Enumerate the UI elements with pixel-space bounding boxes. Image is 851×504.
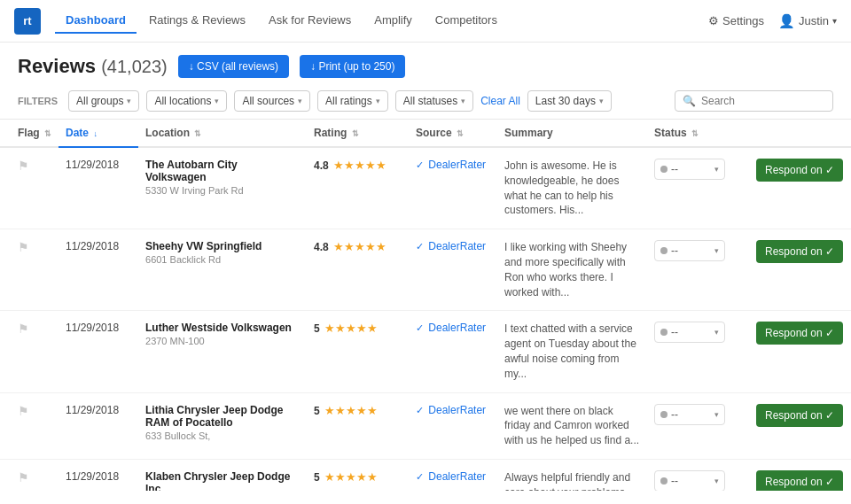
nav-links: Dashboard Ratings & Reviews Ask for Revi… [55,8,708,34]
flag-icon[interactable]: ⚑ [18,404,29,418]
status-dropdown[interactable]: -- ▾ [654,159,725,180]
rating-sort-icon: ⇅ [352,129,359,138]
flag-icon[interactable]: ⚑ [18,470,29,485]
flag-icon[interactable]: ⚑ [18,322,29,336]
flag-icon[interactable]: ⚑ [18,159,29,173]
action-cell: Respond on ✓ [749,392,851,459]
nav-link-ratings[interactable]: Ratings & Reviews [138,8,256,34]
sources-filter[interactable]: All sources ▾ [234,90,310,112]
flag-cell: ⚑ [0,459,59,491]
ratings-filter-label: All ratings [325,95,372,107]
rating-value: 5 [314,405,320,417]
flag-cell: ⚑ [0,311,59,392]
status-dropdown[interactable]: -- ▾ [654,404,725,425]
rating-cell: 4.8 ★★★★★ [307,229,409,311]
status-sort-icon: ⇅ [691,129,699,138]
status-dot [660,329,668,336]
status-dot [660,411,668,418]
respond-button[interactable]: Respond on ✓ [756,322,843,345]
location-cell: The Autobarn City Volkswagen 5330 W Irvi… [138,147,307,229]
top-nav: rt Dashboard Ratings & Reviews Ask for R… [0,0,851,43]
col-flag[interactable]: Flag ⇅ [0,120,59,147]
col-date[interactable]: Date ↓ [59,120,138,147]
logo-text: rt [23,14,31,27]
logo[interactable]: rt [14,8,41,35]
location-cell: Klaben Chrysler Jeep Dodge Inc. 1106 W M… [138,459,307,491]
stars-display: ★★★★★ [324,404,378,417]
action-cell: Respond on ✓ [749,229,851,311]
status-dropdown[interactable]: -- ▾ [654,470,725,491]
respond-button[interactable]: Respond on ✓ [756,240,843,263]
flag-sort-icon: ⇅ [44,129,51,138]
action-cell: Respond on ✓ [749,311,851,392]
respond-button[interactable]: Respond on ✓ [756,159,843,182]
date-range-label: Last 30 days [535,95,596,107]
col-source[interactable]: Source ⇅ [409,120,497,147]
status-caret-icon: ▾ [714,477,719,485]
flag-cell: ⚑ [0,147,59,229]
status-value: -- [671,408,678,421]
csv-button[interactable]: ↓ CSV (all reviews) [178,55,289,78]
settings-link[interactable]: ⚙ Settings [708,14,764,27]
location-address: 6601 Backlick Rd [145,254,300,265]
summary-cell: I text chatted with a service agent on T… [497,311,647,392]
flag-cell: ⚑ [0,392,59,459]
locations-filter[interactable]: All locations ▾ [146,90,227,112]
location-cell: Lithia Chrysler Jeep Dodge RAM of Pocate… [138,392,307,459]
rating-value: 5 [314,471,320,484]
nav-link-ask[interactable]: Ask for Reviews [258,8,362,34]
col-summary: Summary [497,120,647,147]
status-dropdown[interactable]: -- ▾ [654,322,725,343]
col-location[interactable]: Location ⇅ [138,120,307,147]
rating-cell: 4.8 ★★★★★ [307,147,409,229]
stars-display: ★★★★★ [333,159,386,172]
date-caret-icon: ▾ [599,97,604,105]
respond-button[interactable]: Respond on ✓ [756,470,843,491]
nav-link-competitors[interactable]: Competitors [425,8,508,34]
nav-link-dashboard[interactable]: Dashboard [55,8,137,34]
status-value: -- [671,326,678,338]
settings-label: Settings [722,14,764,27]
col-status[interactable]: Status ⇅ [647,120,749,147]
source-name: DealerRater [428,404,486,416]
flag-icon[interactable]: ⚑ [18,240,29,254]
user-menu[interactable]: 👤 Justin ▾ [778,13,837,29]
status-cell: -- ▾ [647,147,749,229]
stars-display: ★★★★★ [333,240,386,253]
source-cell: ✓ DealerRater [409,459,497,491]
statuses-filter-label: All statuses [403,95,457,107]
date-range-filter[interactable]: Last 30 days ▾ [527,90,612,112]
status-dropdown[interactable]: -- ▾ [654,240,725,261]
search-icon: 🔍 [683,95,696,107]
status-cell: -- ▾ [647,392,749,459]
action-cell: Respond on ✓ [749,459,851,491]
status-value: -- [671,163,678,175]
table-row: ⚑ 11/29/2018 Luther Westside Volkswagen … [0,311,851,392]
source-name: DealerRater [428,240,486,252]
respond-button[interactable]: Respond on ✓ [756,404,843,427]
location-address: 633 Bullock St, [145,430,300,441]
search-box[interactable]: 🔍 [675,90,833,112]
nav-link-amplify[interactable]: Amplify [363,8,423,34]
status-cell: -- ▾ [647,459,749,491]
rating-cell: 5 ★★★★★ [307,392,409,459]
date-cell: 11/29/2018 [59,229,138,311]
rating-cell: 5 ★★★★★ [307,459,409,491]
filters-label: FILTERS [18,96,58,106]
groups-filter-label: All groups [76,95,123,107]
search-input[interactable] [701,95,825,107]
sources-filter-label: All sources [242,95,294,107]
statuses-caret-icon: ▾ [461,97,465,105]
filters-row: FILTERS All groups ▾ All locations ▾ All… [0,87,851,120]
page-title: Reviews (41,023) [18,55,168,78]
table-row: ⚑ 11/29/2018 Sheehy VW Springfield 6601 … [0,229,851,311]
statuses-filter[interactable]: All statuses ▾ [395,90,473,112]
status-caret-icon: ▾ [714,328,719,337]
clear-all-link[interactable]: Clear All [480,95,520,107]
groups-filter[interactable]: All groups ▾ [68,90,139,112]
ratings-filter[interactable]: All ratings ▾ [317,90,388,112]
groups-caret-icon: ▾ [127,97,131,105]
review-count: (41,023) [101,57,168,76]
col-rating[interactable]: Rating ⇅ [307,120,409,147]
print-button[interactable]: ↓ Print (up to 250) [300,55,405,78]
